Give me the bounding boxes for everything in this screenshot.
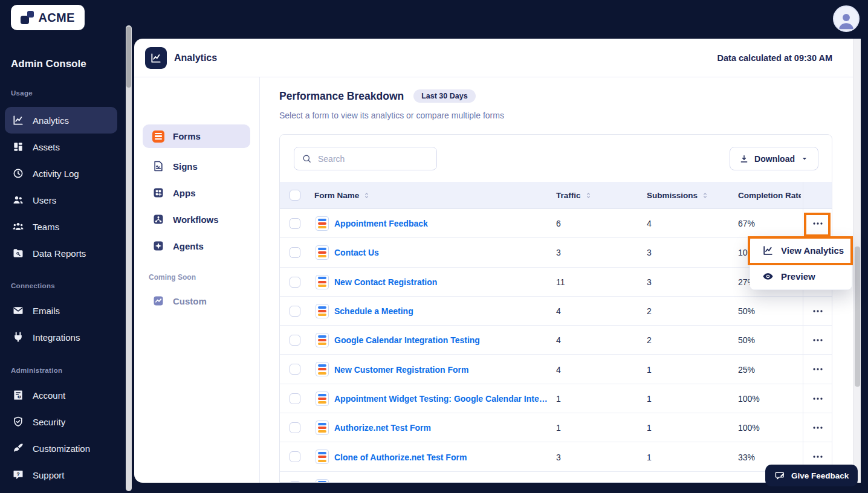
menu-item-view-analytics[interactable]: View Analytics: [750, 237, 852, 263]
column-header-completion-rate[interactable]: Completion Rate: [738, 182, 801, 209]
row-actions-button[interactable]: [805, 450, 831, 464]
row-checkbox[interactable]: [290, 247, 300, 258]
subnav-item-signs[interactable]: Signs: [143, 153, 251, 179]
signs-icon: [152, 160, 164, 172]
sidebar-item-analytics[interactable]: Analytics: [5, 107, 117, 134]
row-checkbox[interactable]: [290, 306, 300, 317]
row-checkbox[interactable]: [290, 364, 300, 375]
form-name-link[interactable]: Google Calendar Integration Testing: [334, 326, 480, 355]
row-checkbox[interactable]: [290, 393, 300, 404]
give-feedback-button[interactable]: Give Feedback: [765, 465, 858, 486]
sidebar-item-account[interactable]: $ Account: [5, 382, 117, 408]
product-subnav: Forms Signs Apps Workflows Agents Coming…: [134, 77, 260, 483]
sidebar-item-emails[interactable]: Emails: [5, 297, 117, 324]
row-actions-button[interactable]: [805, 333, 831, 347]
row-actions-button[interactable]: [805, 304, 831, 318]
form-name-link[interactable]: Authorize.net Test Form: [334, 413, 431, 442]
download-button[interactable]: Download: [730, 147, 818, 170]
row-checkbox[interactable]: [290, 218, 300, 229]
app-shell: ACME Admin Console Usage Analytics Asset…: [0, 0, 868, 493]
subnav-item-custom[interactable]: Custom: [143, 288, 251, 314]
eye-icon: [762, 271, 774, 282]
subnav-item-apps[interactable]: Apps: [143, 179, 251, 206]
content-scrollbar[interactable]: [853, 39, 861, 483]
users-icon: [12, 194, 24, 206]
user-avatar[interactable]: [833, 5, 860, 32]
sidebar-item-support[interactable]: ? Support: [5, 462, 117, 488]
row-checkbox[interactable]: [290, 481, 300, 483]
table-row: Clone of Disabled Widget Test F… 4 1 25%: [280, 472, 832, 483]
subnav-item-agents[interactable]: Agents: [143, 233, 251, 259]
form-name-link[interactable]: Contact Us: [334, 238, 379, 267]
card-header: Analytics Data calculated at 09:30 AM: [134, 39, 853, 77]
data-calculated-status: Data calculated at 09:30 AM: [717, 39, 832, 77]
row-actions-button[interactable]: [805, 216, 831, 231]
table-row: Google Calendar Integration Testing 4 2 …: [280, 326, 832, 355]
page-subtitle: Select a form to view its analytics or c…: [279, 111, 504, 120]
traffic-value: 1: [556, 413, 561, 442]
row-checkbox[interactable]: [290, 451, 300, 462]
sidebar-scrollbar-thumb[interactable]: [126, 27, 131, 88]
teams-icon: [12, 221, 24, 233]
sidebar-item-teams[interactable]: Teams: [5, 213, 117, 240]
person-icon: [836, 10, 857, 31]
sidebar-item-integrations[interactable]: Integrations: [5, 324, 117, 350]
traffic-value: 3: [556, 442, 561, 471]
traffic-value: 3: [556, 238, 561, 267]
subnav-item-forms[interactable]: Forms: [143, 124, 250, 148]
form-name-link[interactable]: New Contact Registration: [334, 268, 437, 297]
form-name-link[interactable]: Clone of Disabled Widget Test F…: [334, 472, 471, 483]
menu-item-preview[interactable]: Preview: [750, 263, 852, 289]
sidebar-item-users[interactable]: Users: [5, 187, 117, 213]
svg-text:?: ?: [16, 471, 19, 477]
agents-icon: [152, 240, 164, 252]
sidebar-item-activity-log[interactable]: Activity Log: [5, 160, 117, 187]
sidebar-item-customization[interactable]: Customization: [5, 435, 117, 462]
form-name-link[interactable]: Clone of Authorize.net Test Form: [334, 442, 467, 471]
ellipsis-icon: [811, 450, 824, 463]
emails-icon: [12, 304, 24, 317]
row-actions-button[interactable]: [805, 362, 831, 376]
completion-rate-value: 25%: [738, 355, 755, 384]
column-header-form-name[interactable]: Form Name: [314, 182, 371, 209]
brand-logo[interactable]: ACME: [11, 5, 85, 30]
traffic-value: 4: [556, 355, 561, 384]
nav-list-connections: Emails Integrations: [5, 297, 117, 350]
form-name-link[interactable]: New Customer Registration Form: [334, 355, 468, 384]
select-all-checkbox[interactable]: [290, 190, 300, 201]
sort-icon[interactable]: [363, 192, 371, 199]
forms-icon: [152, 130, 164, 143]
row-checkbox[interactable]: [290, 422, 300, 433]
row-actions-button[interactable]: [805, 420, 831, 435]
security-icon: [12, 416, 24, 428]
sort-icon[interactable]: [701, 192, 709, 199]
form-doc-icon: [316, 450, 329, 464]
search-input[interactable]: [318, 154, 429, 164]
form-name-link[interactable]: Appointment Feedback: [334, 209, 428, 238]
form-name-link[interactable]: Schedule a Meeting: [334, 297, 413, 326]
traffic-value: 4: [556, 297, 561, 326]
sidebar-item-data-reports[interactable]: Data Reports: [5, 240, 117, 266]
sidebar-item-security[interactable]: Security: [5, 408, 117, 435]
content-scrollbar-thumb[interactable]: [855, 246, 860, 387]
form-doc-icon: [316, 275, 329, 289]
row-actions-button[interactable]: [805, 392, 831, 406]
ellipsis-icon: [811, 392, 824, 405]
ellipsis-icon: [811, 334, 824, 347]
row-checkbox[interactable]: [290, 335, 300, 346]
analytics-icon: [12, 114, 24, 126]
submissions-value: 1: [647, 442, 652, 471]
performance-breakdown-title: Performance Breakdown: [279, 90, 404, 103]
sort-icon[interactable]: [585, 192, 592, 199]
subnav-item-workflows[interactable]: Workflows: [143, 206, 251, 233]
sidebar-scrollbar[interactable]: [126, 25, 132, 491]
form-name-link[interactable]: Appointment Widget Testing: Google Calen…: [334, 384, 548, 413]
form-doc-icon: [316, 479, 329, 483]
nav-list-usage: Analytics Assets Activity Log Users Team…: [5, 107, 117, 266]
nav-list-administration: $ Account Security Customization ? Suppo…: [5, 382, 117, 488]
row-checkbox[interactable]: [290, 277, 300, 288]
column-header-submissions[interactable]: Submissions: [647, 182, 709, 209]
sidebar-item-assets[interactable]: Assets: [5, 134, 117, 160]
column-header-traffic[interactable]: Traffic: [556, 182, 592, 209]
chevron-down-icon: [800, 155, 809, 163]
